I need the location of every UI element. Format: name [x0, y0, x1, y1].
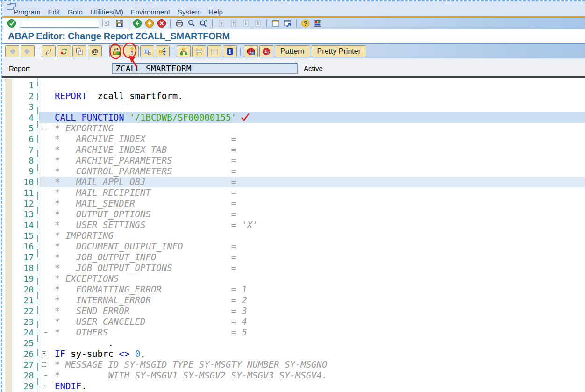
where-used-button[interactable]: @ [88, 45, 102, 57]
fold-line [44, 198, 44, 209]
code-line-body: IF sy-subrc <> 0. [39, 349, 585, 359]
cancel-button[interactable] [156, 18, 167, 28]
enter-button[interactable] [6, 18, 17, 28]
code-line-22[interactable]: 22* SEND_ERROR = 3 [2, 306, 585, 316]
activate-button[interactable] [140, 45, 154, 57]
code-line-8[interactable]: 8* ARCHIVE_PARAMETERS = [2, 155, 585, 166]
navigate-button[interactable] [109, 45, 123, 57]
code-line-body: ENDIF. [39, 381, 585, 392]
object-hierarchy-button[interactable] [177, 45, 191, 57]
execution-sequence-button[interactable] [192, 45, 206, 57]
code-line-21[interactable]: 21* INTERNAL_ERROR = 2 [2, 295, 585, 306]
code-line-body: * SEND_ERROR = 3 [39, 306, 585, 316]
menu-item-utilitiesm[interactable]: Utilities(M) [86, 7, 127, 16]
code-token: * WITH SY-MSGV1 SY-MSGV2 SY-MSGV3 SY-MSG… [55, 370, 327, 380]
line-number: 20 [2, 284, 36, 295]
code-line-body: CALL FUNCTION '/1BCDWB/SF00000155' [39, 112, 585, 123]
runtime-analysis-button[interactable]: Σ [244, 45, 258, 57]
fold-tick [44, 375, 47, 376]
menu-item-goto[interactable]: Goto [64, 7, 86, 16]
back-button[interactable] [132, 18, 143, 28]
code-line-10[interactable]: 10* MAIL_APPL_OBJ = [2, 177, 585, 187]
code-line-7[interactable]: 7* ARCHIVE_INDEX_TAB = [2, 144, 585, 155]
exit-button[interactable] [144, 18, 155, 28]
menu-item-edit[interactable]: Edit [44, 7, 64, 16]
fold-box[interactable] [42, 126, 46, 130]
code-line-6[interactable]: 6* ARCHIVE_INDEX = [2, 134, 585, 144]
line-number: 15 [2, 230, 36, 241]
code-line-18[interactable]: 18* JOB_OUTPUT_OPTIONS = [2, 263, 585, 273]
code-token: * MESSAGE ID SY-MSGID TYPE SY-MSGTY NUMB… [55, 359, 327, 370]
code-token: * SEND_ERROR = 3 [55, 306, 247, 316]
code-line-13[interactable]: 13* OUTPUT_OPTIONS = [2, 209, 585, 220]
code-line-9[interactable]: 9* CONTROL_PARAMETERS = [2, 166, 585, 177]
customize-layout-button[interactable] [312, 18, 323, 28]
code-line-12[interactable]: 12* MAIL_SENDER = [2, 198, 585, 209]
pattern-button[interactable]: Pattern [275, 45, 310, 57]
code-line-body: * EXPORTING [39, 123, 585, 134]
direct-processing-button[interactable] [156, 45, 170, 57]
fold-line [44, 166, 44, 177]
menu-item-system[interactable]: System [174, 7, 205, 16]
command-field[interactable] [20, 19, 99, 28]
collapse-button[interactable] [102, 18, 113, 28]
code-line-17[interactable]: 17* JOB_OUTPUT_INFO = [2, 252, 585, 263]
fold-line [44, 273, 44, 284]
command-input[interactable] [20, 20, 102, 27]
code-line-2[interactable]: 2REPORT zcall_smartform. [2, 91, 585, 101]
fold-line [44, 230, 44, 241]
svg-text:?: ? [304, 20, 307, 27]
code-line-25[interactable]: 25 . [2, 338, 585, 349]
abap-code-editor[interactable]: 12REPORT zcall_smartform.34CALL FUNCTION… [2, 79, 585, 392]
line-number: 23 [2, 316, 36, 327]
refresh-button[interactable] [57, 45, 71, 57]
code-line-29[interactable]: 29ENDIF. [2, 381, 585, 392]
code-line-3[interactable]: 3 [2, 101, 585, 112]
fold-box[interactable] [42, 351, 46, 356]
pretty-printer-button[interactable]: Pretty Printer [312, 45, 366, 57]
code-line-16[interactable]: 16* DOCUMENT_OUTPUT_INFO = [2, 241, 585, 252]
code-line-27[interactable]: 27* MESSAGE ID SY-MSGID TYPE SY-MSGTY NU… [2, 359, 585, 370]
print-button[interactable] [174, 18, 185, 28]
code-token: . [81, 381, 86, 391]
code-line-19[interactable]: 19* EXCEPTIONS [2, 273, 585, 284]
code-line-body [39, 101, 585, 112]
code-line-20[interactable]: 20* FORMATTING_ERROR = 1 [2, 284, 585, 295]
code-line-23[interactable]: 23* USER_CANCELED = 4 [2, 316, 585, 327]
code-line-1[interactable]: 1 [2, 80, 585, 91]
find-button[interactable] [186, 18, 197, 28]
code-line-11[interactable]: 11* MAIL_RECIPIENT = [2, 187, 585, 198]
menu-item-environment[interactable]: Environment [127, 7, 174, 16]
help-button[interactable]: ? [300, 18, 311, 28]
code-line-15[interactable]: 15* IMPORTING [2, 230, 585, 241]
next-page-button [240, 18, 251, 28]
create-shortcut-button[interactable] [282, 18, 293, 28]
session-border-left [1, 0, 2, 392]
report-name-input[interactable] [112, 63, 298, 74]
code-line-body: REPORT zcall_smartform. [39, 91, 585, 101]
fold-line [44, 316, 44, 327]
info-button[interactable]: i [223, 45, 237, 57]
code-line-4[interactable]: 4CALL FUNCTION '/1BCDWB/SF00000155' [2, 112, 585, 123]
code-line-26[interactable]: 26IF sy-subrc <> 0. [2, 349, 585, 359]
line-number: 16 [2, 241, 36, 252]
code-token: * FORMATTING_ERROR = 1 [55, 284, 247, 294]
syntax-check-button[interactable] [125, 45, 139, 57]
copy-button[interactable] [72, 45, 86, 57]
menu-item-program[interactable]: Program [10, 7, 44, 16]
code-token: * ARCHIVE_PARAMETERS = [55, 155, 236, 165]
menu-item-help[interactable]: Help [205, 7, 227, 16]
save-button[interactable] [114, 18, 125, 28]
code-line-5[interactable]: 5* EXPORTING [2, 123, 585, 134]
code-line-14[interactable]: 14* USER_SETTINGS = 'X' [2, 220, 585, 230]
code-line-body: * MAIL_RECIPIENT = [39, 187, 585, 198]
new-session-button[interactable] [270, 18, 281, 28]
toolbar-separator [128, 19, 128, 28]
fold-box[interactable] [42, 362, 46, 367]
code-line-body: * WITH SY-MSGV1 SY-MSGV2 SY-MSGV3 SY-MSG… [39, 370, 585, 381]
display-change-button[interactable] [42, 45, 56, 57]
code-line-24[interactable]: 24* OTHERS = 5 [2, 327, 585, 338]
fold-line [44, 144, 44, 155]
runtime-measurement-button[interactable]: Σ [259, 45, 273, 57]
code-line-28[interactable]: 28* WITH SY-MSGV1 SY-MSGV2 SY-MSGV3 SY-M… [2, 370, 585, 381]
